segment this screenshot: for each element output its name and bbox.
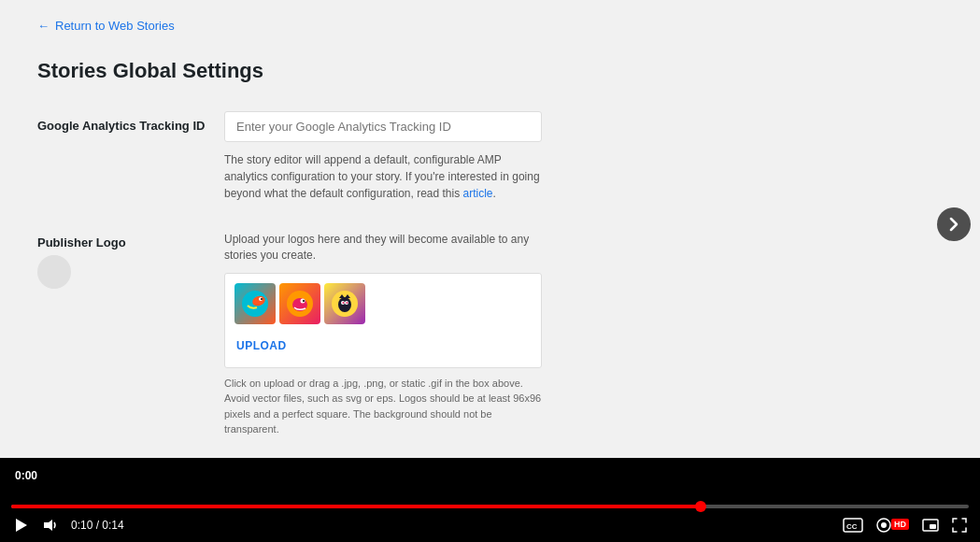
progress-fill xyxy=(11,505,701,508)
svg-point-9 xyxy=(338,297,351,312)
publisher-label-area: Publisher Logo xyxy=(37,232,206,289)
upload-description: Upload your logos here and they will bec… xyxy=(224,232,542,264)
svg-marker-16 xyxy=(16,519,27,532)
page-title: Stories Global Settings xyxy=(37,59,943,83)
analytics-section: Google Analytics Tracking ID The story e… xyxy=(37,111,943,202)
svg-point-15 xyxy=(347,302,348,304)
logo-thumbnails xyxy=(234,283,532,324)
back-link-text: Return to Web Stories xyxy=(55,19,175,33)
back-link[interactable]: ← Return to Web Stories xyxy=(37,19,943,33)
volume-button[interactable] xyxy=(41,516,60,535)
publisher-content: Upload your logos here and they will bec… xyxy=(224,232,542,437)
analytics-tracking-input[interactable] xyxy=(224,111,542,142)
miniplayer-button[interactable] xyxy=(920,517,941,534)
publisher-icon xyxy=(37,255,71,289)
controls-right: CC HD xyxy=(841,516,969,535)
progress-dot xyxy=(695,501,706,512)
play-button[interactable] xyxy=(11,516,30,535)
svg-point-7 xyxy=(303,299,305,301)
svg-point-3 xyxy=(261,298,263,300)
fullscreen-button[interactable] xyxy=(950,516,969,535)
back-arrow-icon: ← xyxy=(37,19,50,33)
progress-bar[interactable] xyxy=(11,505,969,508)
time-label: 0:10 / 0:14 xyxy=(71,519,124,532)
logo-upload-box: UPLOAD xyxy=(224,273,542,368)
publisher-section: Publisher Logo Upload your logos here an… xyxy=(37,232,943,437)
controls-left: 0:10 / 0:14 xyxy=(11,516,124,535)
chevron-right-button[interactable] xyxy=(937,207,971,241)
svg-rect-23 xyxy=(930,524,936,529)
logo-thumb-1 xyxy=(234,283,276,324)
hd-badge: HD xyxy=(891,519,909,530)
video-time-display: 0:00 xyxy=(9,467,43,484)
svg-text:CC: CC xyxy=(846,522,858,531)
logo-thumb-2 xyxy=(279,283,320,324)
analytics-label: Google Analytics Tracking ID xyxy=(37,111,206,133)
cc-button[interactable]: CC xyxy=(841,516,865,535)
publisher-label: Publisher Logo xyxy=(37,235,126,250)
controls-row: 0:10 / 0:14 CC HD xyxy=(11,516,969,535)
hd-settings-button[interactable]: HD xyxy=(874,516,911,535)
article-link[interactable]: article xyxy=(463,187,493,200)
analytics-content: The story editor will append a default, … xyxy=(224,111,542,202)
video-player: 0:00 0:10 / 0 xyxy=(0,458,980,542)
svg-marker-17 xyxy=(44,520,52,531)
analytics-description: The story editor will append a default, … xyxy=(224,151,542,202)
upload-hint: Click on upload or drag a .jpg, .png, or… xyxy=(224,376,542,437)
upload-button[interactable]: UPLOAD xyxy=(234,334,289,358)
svg-point-14 xyxy=(343,302,345,304)
svg-point-21 xyxy=(881,522,887,528)
video-controls-bar: 0:10 / 0:14 CC HD xyxy=(0,497,980,542)
logo-thumb-3 xyxy=(324,283,365,324)
main-content: ← Return to Web Stories Stories Global S… xyxy=(0,0,980,458)
